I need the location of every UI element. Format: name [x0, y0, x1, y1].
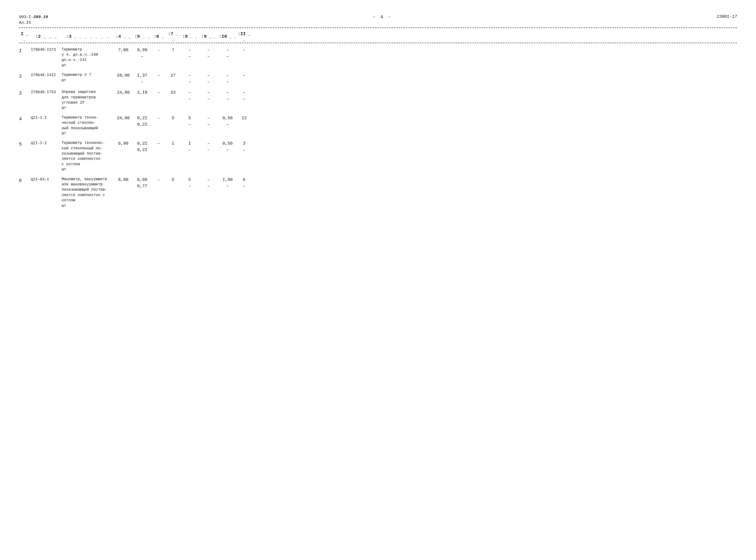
- doc-num-italic: 269.19: [34, 15, 48, 19]
- table-row: 3I70648-I753Оправа защитнаядля термометр…: [19, 89, 737, 111]
- row-description: Оправа защитнаядля термометровугловая 2У…: [62, 89, 114, 111]
- col-header-11: :II _ _: [237, 31, 251, 42]
- col5-value: 0,800,77: [133, 177, 152, 189]
- row-code: ЦII–I–I: [31, 115, 62, 121]
- doc-code: 903-I-: [19, 15, 34, 19]
- col5-value: 0,2I0,2I: [133, 115, 152, 128]
- col9-value: ––: [199, 72, 218, 85]
- row-number: 6: [19, 177, 31, 184]
- col-header-3: :3 _ _ _ _ _ _ _: [62, 34, 114, 39]
- doc-code-line: 903-I-269.19: [19, 14, 48, 20]
- row-number: 3: [19, 89, 31, 97]
- table-row: 2I70648-I4I2Термометр У 7шт20,00I,37––27…: [19, 72, 737, 85]
- header-left: 903-I-269.19 Ал.I5: [19, 14, 48, 26]
- col7-value: 7: [166, 47, 180, 53]
- row-description: Термометр У 7шт: [62, 72, 114, 83]
- col-header-7: :7 _ _: [166, 31, 180, 42]
- col4-value: 6,00: [114, 140, 133, 147]
- col-header-2: :2 _ _ _: [31, 34, 62, 39]
- col9-value: ––: [199, 140, 218, 153]
- col8-value: ––: [180, 72, 199, 85]
- col-header-6: :6 _: [152, 34, 166, 39]
- col7-value: 53: [166, 89, 180, 96]
- row-description: Манометр, вакуумметрили мановакуумметрпо…: [62, 177, 114, 208]
- col4-value: 7,00: [114, 47, 133, 53]
- col6-value: –: [152, 72, 166, 79]
- col-header-9: :9 _ _: [199, 34, 218, 39]
- col7-value: 5: [166, 115, 180, 121]
- col11-value: I2: [237, 115, 251, 121]
- row-code: I70648-I373: [31, 47, 62, 53]
- col8-value: 5–: [180, 115, 199, 128]
- col5-value: I,37–: [133, 72, 152, 85]
- row-number: 2: [19, 72, 31, 80]
- col8-value: ––: [180, 47, 199, 60]
- header-center: - 4 -: [373, 14, 392, 20]
- col9-value: ––: [199, 115, 218, 128]
- col4-value: 20,00: [114, 72, 133, 79]
- col8-value: 5–: [180, 177, 199, 189]
- row-description: Термометру 4. дл.в.ч.-240дл.н.ч.-I4Iшт: [62, 47, 114, 68]
- col4-value: 24,00: [114, 115, 133, 121]
- table-row: 6ЦII–93–IМанометр, вакуумметрили мановак…: [19, 177, 737, 208]
- table-body: II70648-I373Термометру 4. дл.в.ч.-240дл.…: [19, 47, 737, 208]
- col11-value: 3–: [237, 140, 251, 153]
- col11-value: ––: [237, 89, 251, 102]
- col-header-4: :4 _ _: [114, 34, 133, 39]
- col7-value: 5: [166, 177, 180, 183]
- row-code: ЦII–93–I: [31, 177, 62, 182]
- col6-value: –: [152, 115, 166, 121]
- col11-value: –: [237, 47, 251, 53]
- col5-value: 0,2I0,2I: [133, 140, 152, 153]
- col10-value: I,00–: [218, 177, 237, 189]
- row-description: Термометр техни-ческий стеклян-ный показ…: [62, 115, 114, 136]
- col-header-5: :5 _ _: [133, 34, 152, 39]
- col6-value: –: [152, 89, 166, 96]
- header: 903-I-269.19 Ал.I5 - 4 - 23801-17: [19, 14, 737, 26]
- col-header-1: I _ _: [19, 31, 31, 42]
- col5-value: 0,99–: [133, 47, 152, 60]
- row-description: Термометр техничес-кий стеклянный по-каз…: [62, 140, 114, 172]
- table-row: II70648-I373Термометру 4. дл.в.ч.-240дл.…: [19, 47, 737, 68]
- col10-value: 0,50–: [218, 115, 237, 128]
- col10-value: ––: [218, 47, 237, 60]
- col8-value: I–: [180, 140, 199, 153]
- col8-value: ––: [180, 89, 199, 102]
- col7-value: 27: [166, 72, 180, 79]
- col6-value: –: [152, 140, 166, 147]
- doc-sheet: Ал.I5: [19, 20, 48, 26]
- top-dashed-rule: [19, 27, 737, 28]
- column-headers-row: I _ _ :2 _ _ _ :3 _ _ _ _ _ _ _ :4 _ _ :…: [19, 31, 737, 43]
- col10-value: ––: [218, 89, 237, 102]
- table-row: 4ЦII–I–IТермометр техни-ческий стеклян-н…: [19, 115, 737, 136]
- col-header-8: :8 _ _: [180, 34, 199, 39]
- col9-value: ––: [199, 47, 218, 60]
- row-code: I70648-I753: [31, 89, 62, 95]
- col10-value: ––: [218, 72, 237, 85]
- col-header-10: :I0 _ _: [218, 34, 237, 39]
- col7-value: I: [166, 140, 180, 147]
- col9-value: ––: [199, 89, 218, 102]
- col11-value: 6–: [237, 177, 251, 189]
- col6-value: –: [152, 177, 166, 183]
- col11-value: –: [237, 72, 251, 79]
- col4-value: 6,00: [114, 177, 133, 183]
- row-number: 5: [19, 140, 31, 148]
- row-number: I: [19, 47, 31, 55]
- header-right: 23801-17: [717, 14, 737, 19]
- col4-value: 24,00: [114, 89, 133, 96]
- row-code: ЦII–I–I: [31, 140, 62, 146]
- col6-value: –: [152, 47, 166, 53]
- row-code: I70648-I4I2: [31, 72, 62, 78]
- col10-value: 0,50–: [218, 140, 237, 153]
- col5-value: 2,I9: [133, 89, 152, 96]
- row-number: 4: [19, 115, 31, 123]
- col9-value: ––: [199, 177, 218, 189]
- table-row: 5ЦII–I–IТермометр техничес-кий стеклянны…: [19, 140, 737, 172]
